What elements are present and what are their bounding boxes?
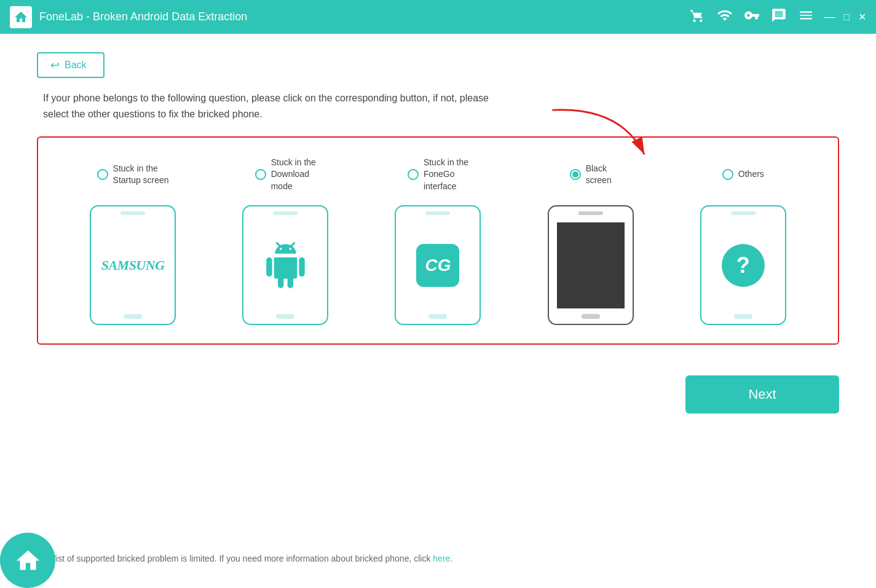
- instructions-line1: If your phone belongs to the following q…: [43, 93, 489, 103]
- minimize-button[interactable]: —: [824, 10, 835, 23]
- app-icon: [10, 6, 32, 28]
- samsung-logo: SAMSUNG: [101, 257, 165, 273]
- footer-suffix: .: [450, 554, 452, 563]
- titlebar-icons: [690, 7, 814, 26]
- option-download-radio-row: Stuck in theDownloadmode: [255, 156, 316, 193]
- radio-download[interactable]: [255, 169, 266, 180]
- option-others[interactable]: Others ?: [685, 156, 802, 325]
- radio-blackscreen[interactable]: [570, 169, 581, 180]
- titlebar: FoneLab - Broken Android Data Extraction…: [0, 0, 876, 34]
- chat-icon[interactable]: [771, 7, 787, 26]
- close-button[interactable]: ✕: [858, 11, 866, 23]
- phone-fonego-inner: CG: [404, 222, 472, 308]
- radio-fonego[interactable]: [408, 169, 419, 180]
- back-arrow-icon: ↩: [50, 58, 60, 72]
- phone-others: ?: [700, 205, 786, 325]
- options-container: Stuck in theStartup screen SAMSUNG Stuck…: [37, 136, 839, 345]
- cart-icon[interactable]: [690, 7, 706, 26]
- back-button-label: Back: [65, 60, 87, 71]
- app-title: FoneLab - Broken Android Data Extraction: [39, 10, 247, 23]
- phone-download-inner: [251, 222, 319, 308]
- option-blackscreen-label: Blackscreen: [586, 163, 612, 187]
- back-button[interactable]: ↩ Back: [37, 52, 105, 78]
- phone-fonego: CG: [395, 205, 481, 325]
- radio-others[interactable]: [722, 169, 733, 180]
- option-fonego-label: Stuck in theFoneGointerface: [424, 157, 468, 193]
- footer: The list of supported bricked problem is…: [37, 554, 452, 563]
- phone-startup: SAMSUNG: [90, 205, 176, 325]
- option-fonego[interactable]: Stuck in theFoneGointerface CG: [379, 156, 496, 325]
- wifi-icon[interactable]: [717, 7, 733, 26]
- option-others-radio-row: Others: [722, 156, 764, 193]
- home-circle[interactable]: [0, 533, 55, 588]
- option-blackscreen[interactable]: Blackscreen: [532, 156, 649, 325]
- footer-link[interactable]: here: [433, 554, 450, 563]
- option-startup[interactable]: Stuck in theStartup screen SAMSUNG: [74, 156, 191, 325]
- window-controls[interactable]: — □ ✕: [824, 10, 866, 23]
- instructions-line2: select the other questions to fix the br…: [43, 109, 262, 119]
- key-icon[interactable]: [744, 7, 760, 26]
- titlebar-left: FoneLab - Broken Android Data Extraction: [10, 6, 247, 28]
- fonego-icon: CG: [416, 244, 459, 287]
- option-others-label: Others: [738, 168, 764, 181]
- radio-startup[interactable]: [97, 169, 108, 180]
- android-icon: [262, 242, 309, 288]
- maximize-button[interactable]: □: [843, 12, 850, 23]
- main-content: ↩ Back If your phone belongs to the foll…: [0, 34, 876, 588]
- menu-icon[interactable]: [798, 7, 814, 26]
- option-download-label: Stuck in theDownloadmode: [271, 157, 316, 193]
- instructions-text: If your phone belongs to the following q…: [43, 90, 839, 122]
- option-startup-radio-row: Stuck in theStartup screen: [97, 156, 169, 193]
- phone-startup-inner: SAMSUNG: [99, 222, 167, 308]
- question-icon: ?: [722, 244, 765, 287]
- option-fonego-radio-row: Stuck in theFoneGointerface: [408, 156, 468, 193]
- next-button[interactable]: Next: [685, 375, 839, 414]
- phone-blackscreen-inner: [557, 222, 625, 308]
- phone-download: [242, 205, 328, 325]
- option-blackscreen-radio-row: Blackscreen: [570, 156, 612, 193]
- option-download[interactable]: Stuck in theDownloadmode: [227, 156, 344, 325]
- home-icon: [14, 547, 42, 574]
- phone-blackscreen: [548, 205, 634, 325]
- footer-text: The list of supported bricked problem is…: [37, 554, 433, 563]
- phone-others-inner: ?: [709, 222, 777, 308]
- option-startup-label: Stuck in theStartup screen: [113, 163, 169, 187]
